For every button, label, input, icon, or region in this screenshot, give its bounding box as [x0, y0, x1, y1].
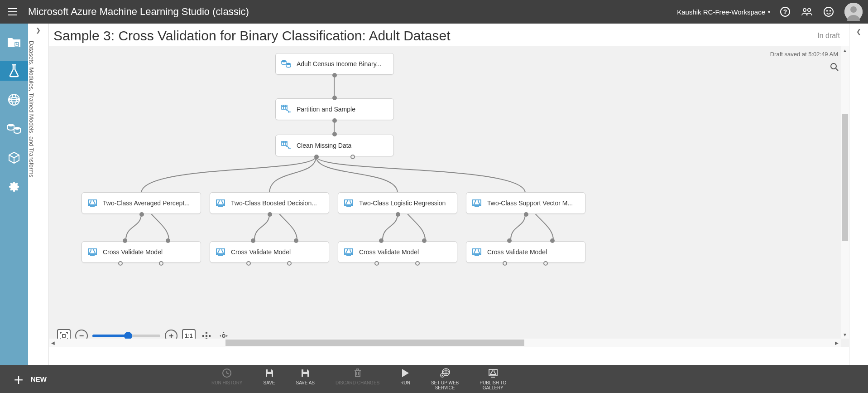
- nav-web-services-icon[interactable]: [4, 90, 24, 110]
- scroll-up-icon[interactable]: ▲: [841, 46, 849, 54]
- input-port[interactable]: [507, 238, 512, 243]
- nav-models-icon[interactable]: [4, 148, 24, 168]
- vertical-scrollbar[interactable]: ▲ ▼: [841, 46, 849, 339]
- palette-label: Datasets, Modules, Trained Models, and T…: [28, 36, 35, 236]
- plus-icon: ＋: [11, 371, 26, 387]
- run-history-button[interactable]: RUN HISTORY: [211, 368, 243, 390]
- scroll-left-icon[interactable]: ◀: [49, 339, 57, 347]
- svg-text:?: ?: [783, 8, 787, 15]
- nav-datasets-icon[interactable]: [4, 119, 24, 139]
- discard-button[interactable]: DISCARD CHANGES: [336, 368, 379, 390]
- node-cv-1[interactable]: Cross Validate Model: [82, 241, 201, 263]
- svg-line-17: [836, 68, 838, 71]
- node-label: Cross Validate Model: [359, 248, 419, 256]
- nav-projects-icon[interactable]: [4, 32, 24, 52]
- svg-rect-54: [303, 374, 307, 377]
- output-port[interactable]: [139, 212, 144, 217]
- node-label: Cross Validate Model: [231, 248, 291, 256]
- scroll-thumb[interactable]: [225, 340, 524, 346]
- canvas[interactable]: Draft saved at 5:02:49 AM Adult Census I…: [49, 46, 849, 347]
- dataset-icon: [281, 59, 291, 69]
- output-port[interactable]: [314, 155, 319, 159]
- input-port[interactable]: [166, 238, 170, 243]
- publish-gallery-button[interactable]: PUBLISH TO GALLERY: [480, 368, 506, 390]
- algorithm-icon: [87, 198, 97, 208]
- output-port[interactable]: [396, 212, 400, 217]
- output-port[interactable]: [118, 261, 123, 266]
- output-port[interactable]: [374, 261, 379, 266]
- hamburger-menu[interactable]: [5, 5, 20, 19]
- history-icon: [222, 368, 232, 378]
- horizontal-scrollbar[interactable]: ◀ ▶: [49, 339, 841, 347]
- output-port[interactable]: [287, 261, 292, 266]
- node-alg-perceptron[interactable]: Two-Class Averaged Percept...: [82, 192, 201, 214]
- output-port[interactable]: [246, 261, 251, 266]
- output-port[interactable]: [350, 155, 355, 159]
- node-alg-boosted[interactable]: Two-Class Boosted Decision...: [210, 192, 329, 214]
- output-port[interactable]: [159, 261, 163, 266]
- svg-rect-53: [268, 369, 271, 372]
- new-button[interactable]: ＋ NEW: [0, 371, 58, 387]
- nav-settings-icon[interactable]: [4, 177, 24, 197]
- input-port[interactable]: [332, 132, 337, 136]
- properties-expand-icon[interactable]: ❮: [856, 28, 861, 365]
- output-port[interactable]: [415, 261, 420, 266]
- svg-point-16: [831, 63, 836, 69]
- nav-experiments-icon[interactable]: [0, 61, 28, 81]
- node-label: Partition and Sample: [297, 106, 355, 113]
- node-cv-2[interactable]: Cross Validate Model: [210, 241, 329, 263]
- svg-point-2: [803, 9, 806, 11]
- input-port[interactable]: [550, 238, 555, 243]
- svg-rect-44: [62, 335, 65, 337]
- palette-expand-icon[interactable]: ❯: [28, 24, 48, 36]
- node-alg-svm[interactable]: Two-Class Support Vector M...: [466, 192, 585, 214]
- save-button[interactable]: SAVE: [264, 368, 275, 390]
- output-port[interactable]: [524, 212, 528, 217]
- experiment-title[interactable]: Sample 3: Cross Validation for Binary Cl…: [53, 28, 451, 44]
- web-service-button[interactable]: SET UP WEB SERVICE: [431, 368, 459, 390]
- svg-rect-46: [206, 332, 207, 334]
- workspace-selector[interactable]: Kaushik RC-Free-Workspace: [677, 8, 770, 16]
- output-port[interactable]: [268, 212, 272, 217]
- algorithm-icon: [216, 198, 225, 208]
- output-port[interactable]: [503, 261, 507, 266]
- save-timestamp: Draft saved at 5:02:49 AM: [770, 51, 838, 58]
- node-label: Two-Class Logistic Regression: [359, 199, 446, 207]
- node-label: Two-Class Support Vector M...: [487, 199, 573, 207]
- svg-point-60: [441, 375, 443, 376]
- output-port[interactable]: [332, 118, 337, 123]
- avatar[interactable]: [844, 3, 863, 21]
- input-port[interactable]: [294, 238, 298, 243]
- output-port[interactable]: [543, 261, 548, 266]
- input-port[interactable]: [332, 96, 337, 100]
- scroll-thumb[interactable]: [842, 114, 848, 241]
- node-alg-logistic[interactable]: Two-Class Logistic Regression: [338, 192, 457, 214]
- node-cv-3[interactable]: Cross Validate Model: [338, 241, 457, 263]
- save-as-button[interactable]: SAVE AS: [296, 368, 315, 390]
- node-partition[interactable]: Partition and Sample: [275, 98, 394, 120]
- help-icon[interactable]: ?: [779, 6, 791, 18]
- input-port[interactable]: [422, 238, 427, 243]
- node-label: Clean Missing Data: [297, 142, 351, 149]
- node-clean[interactable]: Clean Missing Data: [275, 135, 394, 156]
- node-dataset[interactable]: Adult Census Income Binary...: [275, 53, 394, 75]
- search-icon[interactable]: [830, 63, 839, 73]
- scroll-right-icon[interactable]: ▶: [833, 339, 841, 347]
- draft-status: In draft: [817, 32, 840, 40]
- svg-rect-45: [206, 335, 207, 337]
- input-port[interactable]: [379, 238, 384, 243]
- zoom-slider[interactable]: [92, 335, 160, 337]
- play-icon: [401, 368, 409, 378]
- run-button[interactable]: RUN: [400, 368, 410, 390]
- app-title: Microsoft Azure Machine Learning Studio …: [28, 6, 677, 18]
- scroll-down-icon[interactable]: ▼: [841, 330, 849, 339]
- svg-point-5: [827, 10, 828, 11]
- svg-point-4: [824, 7, 833, 16]
- input-port[interactable]: [251, 238, 255, 243]
- svg-rect-52: [267, 374, 272, 377]
- people-icon[interactable]: [801, 6, 813, 18]
- smiley-icon[interactable]: [823, 6, 834, 18]
- input-port[interactable]: [123, 238, 127, 243]
- output-port[interactable]: [332, 73, 337, 78]
- node-cv-4[interactable]: Cross Validate Model: [466, 241, 585, 263]
